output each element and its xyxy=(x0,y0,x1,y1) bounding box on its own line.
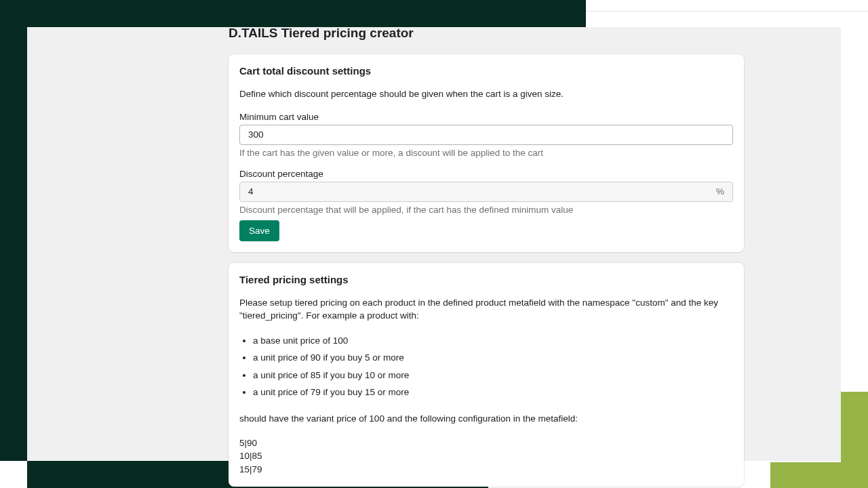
list-item: a unit price of 90 if you buy 5 or more xyxy=(253,350,733,365)
decor-green-2 xyxy=(770,462,868,488)
discount-percentage-group: Discount percentage % Discount percentag… xyxy=(239,169,733,215)
min-cart-value-group: Minimum cart value If the cart has the g… xyxy=(239,112,733,158)
decor-topbar-line xyxy=(586,11,868,12)
cart-card-title: Cart total discount settings xyxy=(239,65,733,77)
tiered-pricing-card: Tiered pricing settings Please setup tie… xyxy=(229,263,744,487)
decor-dark-top xyxy=(0,0,586,27)
discount-percentage-suffix: % xyxy=(716,186,732,197)
discount-percentage-label: Discount percentage xyxy=(239,169,733,179)
tiered-card-intro: Please setup tiered pricing on each prod… xyxy=(239,296,733,323)
decor-dark-left xyxy=(0,27,27,461)
cart-card-desc: Define which discount percentage should … xyxy=(239,87,733,101)
page-title: D.TAILS Tiered pricing creator xyxy=(229,26,744,41)
tiered-card-title: Tiered pricing settings xyxy=(239,274,733,285)
decor-green-1 xyxy=(841,392,868,462)
list-item: a unit price of 79 if you buy 15 or more xyxy=(253,385,733,400)
discount-percentage-help: Discount percentage that will be applied… xyxy=(239,205,733,215)
tiered-config-lines: 5|90 10|85 15|79 xyxy=(239,436,733,476)
tiered-bullet-list: a base unit price of 100 a unit price of… xyxy=(239,333,733,400)
config-line: 15|79 xyxy=(239,463,733,476)
min-cart-value-help: If the cart has the given value or more,… xyxy=(239,148,733,158)
discount-percentage-input[interactable] xyxy=(240,182,716,201)
main-content: D.TAILS Tiered pricing creator Cart tota… xyxy=(229,24,744,488)
min-cart-value-input-wrap[interactable] xyxy=(239,125,733,145)
list-item: a base unit price of 100 xyxy=(253,333,733,348)
config-line: 5|90 xyxy=(239,436,733,450)
cart-discount-card: Cart total discount settings Define whic… xyxy=(229,54,744,252)
min-cart-value-label: Minimum cart value xyxy=(239,112,733,122)
save-button[interactable]: Save xyxy=(239,220,279,241)
tiered-card-outro: should have the variant price of 100 and… xyxy=(239,412,733,426)
config-line: 10|85 xyxy=(239,449,733,463)
min-cart-value-input[interactable] xyxy=(240,125,732,144)
list-item: a unit price of 85 if you buy 10 or more xyxy=(253,368,733,383)
discount-percentage-input-wrap[interactable]: % xyxy=(239,182,733,202)
